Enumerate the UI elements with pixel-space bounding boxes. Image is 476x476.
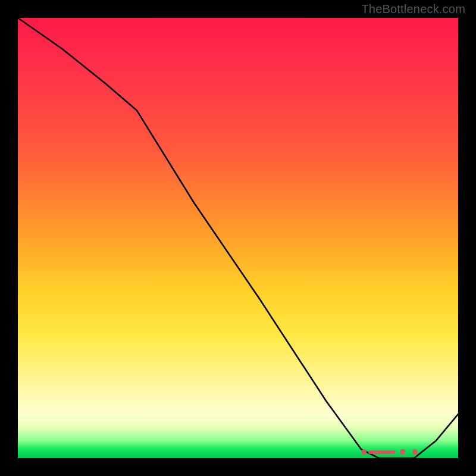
optimal-range-markers <box>18 443 458 455</box>
marker-dot <box>412 449 418 455</box>
bottleneck-curve <box>18 18 458 458</box>
chart-area <box>18 18 458 458</box>
marker-bar <box>368 450 396 454</box>
marker-dot <box>400 449 405 455</box>
watermark-text: TheBottleneck.com <box>361 2 465 16</box>
marker-dot <box>361 449 367 455</box>
